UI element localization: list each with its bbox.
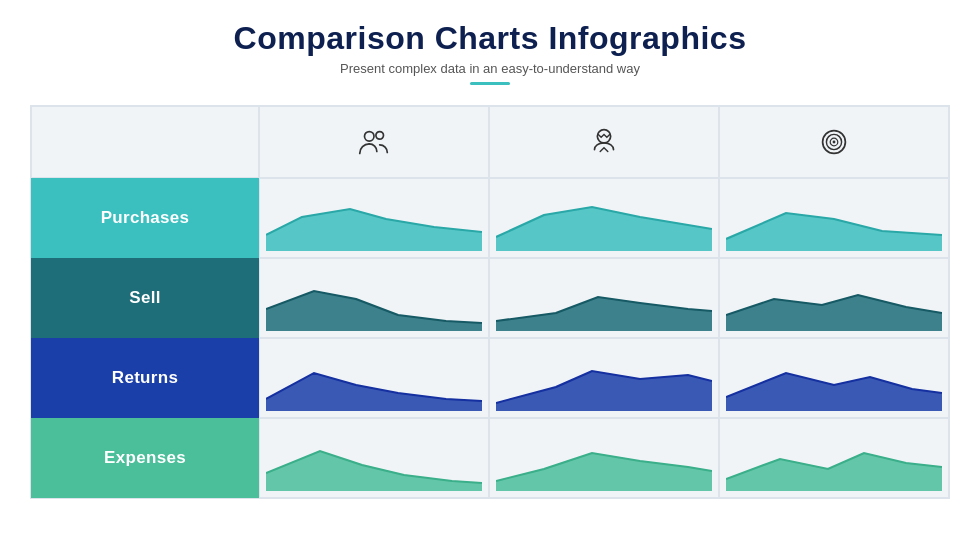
chart-sell-col1: [259, 258, 489, 338]
chart-purchases-col1: [259, 178, 489, 258]
svg-point-6: [833, 141, 836, 144]
subtitle: Present complex data in an easy-to-under…: [234, 61, 747, 76]
header-icon-col2: [489, 106, 719, 178]
people-icon: [355, 123, 393, 161]
svg-point-0: [365, 132, 375, 142]
comparison-table: Purchases Sell: [30, 105, 950, 499]
chart-expenses-col2: [489, 418, 719, 498]
header-icon-col1: [259, 106, 489, 178]
main-title: Comparison Charts Infographics: [234, 20, 747, 57]
chart-sell-col2: [489, 258, 719, 338]
header: Comparison Charts Infographics Present c…: [234, 20, 747, 85]
header-icon-col3: [719, 106, 949, 178]
chart-returns-col1: [259, 338, 489, 418]
page-container: Comparison Charts Infographics Present c…: [0, 0, 980, 551]
chart-purchases-col3: [719, 178, 949, 258]
coin-icon: [815, 123, 853, 161]
chart-expenses-col3: [719, 418, 949, 498]
row-label-returns: Returns: [31, 338, 259, 418]
chart-returns-col3: [719, 338, 949, 418]
chart-purchases-col2: [489, 178, 719, 258]
chart-expenses-col1: [259, 418, 489, 498]
svg-point-1: [376, 132, 384, 140]
chart-returns-col2: [489, 338, 719, 418]
row-label-sell: Sell: [31, 258, 259, 338]
row-label-expenses: Expenses: [31, 418, 259, 498]
header-empty-cell: [31, 106, 259, 178]
title-underline: [470, 82, 510, 85]
chart-sell-col3: [719, 258, 949, 338]
handshake-icon: [585, 123, 623, 161]
row-label-purchases: Purchases: [31, 178, 259, 258]
